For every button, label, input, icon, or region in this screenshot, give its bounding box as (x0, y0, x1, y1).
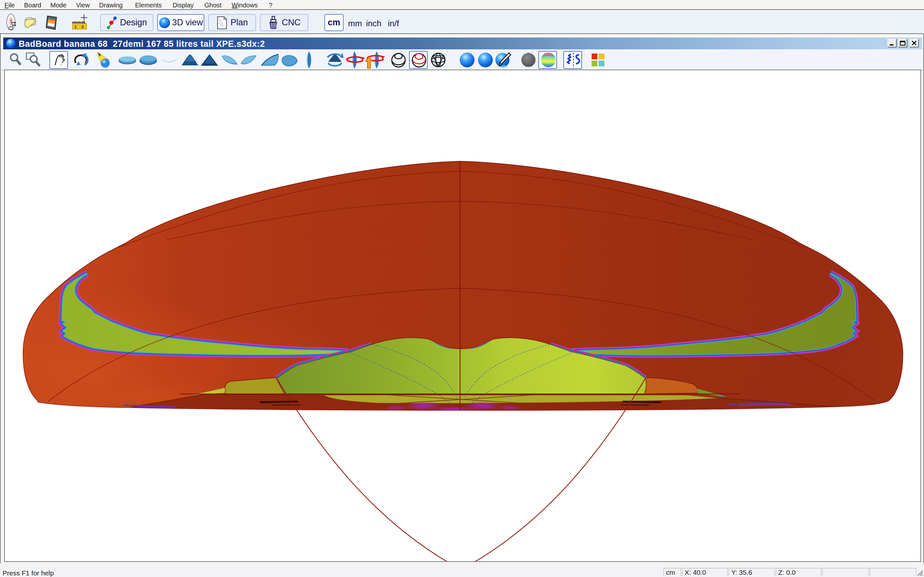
svg-text:0: 0 (81, 25, 84, 29)
svg-text:1: 1 (74, 25, 77, 29)
